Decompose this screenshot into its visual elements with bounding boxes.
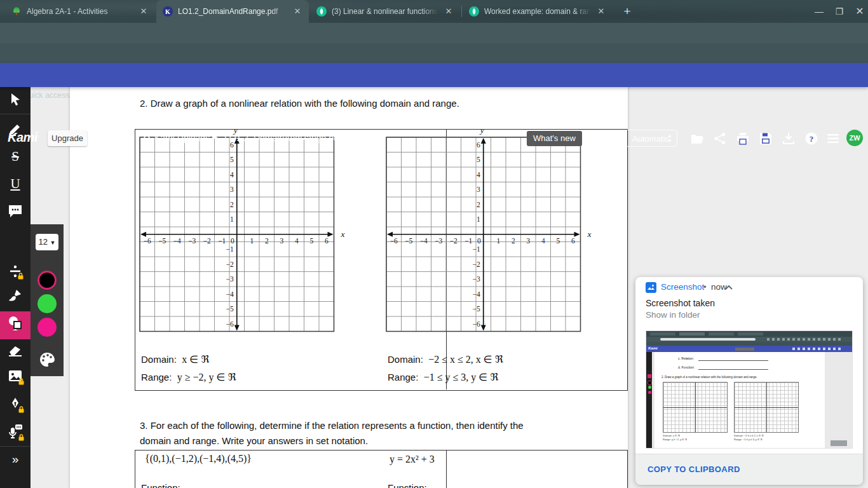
question-3-line2: domain and range. Write your answers in … (140, 435, 368, 446)
window-minimize-button[interactable]: — (811, 5, 827, 19)
svg-text:−6: −6 (144, 237, 151, 245)
domain-text-right: Domain: −2 ≤ x ≤ 2, x ∈ ℜ (388, 353, 503, 365)
tab-separator (461, 6, 462, 17)
tab-linear-nonlinear[interactable]: (3) Linear & nonlinear functions ✕ (310, 0, 460, 23)
tab-title: LO1.2_DomainAndRange.pdf (178, 7, 287, 16)
svg-text:−3: −3 (473, 275, 480, 283)
notification-footer: COPY TO CLIPBOARD (635, 454, 863, 485)
tab1-close-icon[interactable]: ✕ (139, 6, 149, 17)
svg-text:−4: −4 (226, 290, 234, 298)
color-palette-icon[interactable] (39, 351, 55, 368)
thumb-q2: 2. Draw a graph of a nonlinear relation … (661, 376, 814, 379)
thumb-range1: Range: y ≥ −2, y ∈ ℜ (663, 438, 687, 441)
menu-icon[interactable] (826, 132, 840, 146)
notification-image-icon (646, 282, 656, 293)
svg-text:−5: −5 (158, 237, 166, 245)
svg-text:−3: −3 (188, 237, 196, 245)
lock-icon (18, 434, 25, 441)
svg-text:0: 0 (477, 237, 481, 245)
google-drive-icon[interactable] (140, 132, 154, 146)
svg-text:2: 2 (512, 237, 515, 245)
strikethrough-tool-icon[interactable]: S (8, 149, 23, 164)
zoom-in-button[interactable]: + (605, 130, 620, 147)
function-label-right-clipped: Function: (388, 482, 427, 488)
copy-to-clipboard-button[interactable]: COPY TO CLIPBOARD (648, 464, 740, 474)
lock-icon (17, 273, 24, 280)
brush-tool-icon[interactable] (8, 288, 23, 303)
help-icon[interactable]: ? (804, 132, 818, 146)
tab2-close-icon[interactable]: ✕ (292, 6, 302, 17)
upgrade-button[interactable]: Upgrade (48, 130, 87, 146)
tab-kami-pdf[interactable]: K LO1.2_DomainAndRange.pdf ✕ (156, 0, 309, 23)
svg-text:6: 6 (477, 141, 480, 149)
kami-tool-sidebar: S U T » (0, 87, 31, 488)
eraser-tool-icon[interactable] (8, 342, 23, 358)
range-text-left: Range: y ≥ −2, y ∈ ℜ (141, 371, 236, 383)
underline-tool-icon[interactable]: U (8, 176, 23, 191)
select-tool-icon[interactable] (8, 92, 23, 107)
print-icon[interactable] (736, 132, 750, 146)
breadcrumb-folder[interactable]: Kami Uploads (154, 133, 210, 143)
window-restore-button[interactable]: ❐ (831, 5, 848, 19)
svg-text:0: 0 (231, 237, 234, 245)
svg-text:−4: −4 (473, 290, 480, 298)
tab2-favicon-kami-icon: K (163, 6, 173, 17)
zoom-select[interactable]: Automatic▲▼ (625, 130, 677, 147)
whats-new-badge[interactable]: What's new (527, 131, 582, 146)
svg-text:−2: −2 (473, 261, 480, 268)
svg-text:1: 1 (496, 237, 500, 245)
svg-text:−1: −1 (465, 237, 472, 245)
color-swatch-black-selected[interactable] (37, 271, 57, 290)
thumb-blank-line (698, 369, 768, 370)
coordinate-grid-left: −6−5−4−3−2−10123456−6−5−4−3−2−1123456yx (132, 126, 349, 337)
screenshot-thumbnail[interactable]: Kami c. Relation: d. Function: 2. Draw a… (646, 330, 853, 449)
thumb-grid-right (734, 382, 799, 433)
thumb-extensions (767, 338, 843, 341)
thumb-kami-icons (792, 348, 843, 350)
svg-text:−1: −1 (226, 245, 234, 253)
thumb-tab (650, 332, 675, 336)
svg-text:?: ? (810, 134, 814, 144)
color-swatch-pink[interactable] (37, 318, 57, 337)
pdf-page: 2. Draw a graph of a nonlinear relation … (70, 87, 628, 488)
share-icon[interactable] (713, 132, 727, 146)
svg-text:3: 3 (230, 186, 234, 193)
open-file-icon[interactable] (690, 132, 704, 146)
screenshot-notification[interactable]: Screenshot • now Screenshot taken Show i… (635, 277, 863, 484)
font-size-dropdown[interactable]: 12 ▼ (36, 234, 58, 250)
thumb-grid-left (663, 382, 728, 433)
thumb-range2: Range: −1 ≤ y ≤ 3, y ∈ ℜ (734, 438, 763, 441)
thumb-tab (738, 332, 763, 336)
new-tab-button[interactable]: + (619, 3, 635, 20)
zoom-out-button[interactable]: − (583, 130, 599, 147)
thumb-text-tool (648, 374, 651, 378)
download-icon[interactable] (782, 132, 796, 146)
side-panel-toggle-icon[interactable] (94, 132, 108, 146)
question-3-line1: 3. For each of the following, determine … (140, 420, 524, 431)
tab4-close-icon[interactable]: ✕ (596, 6, 606, 17)
breadcrumb-caret-icon: ▶ (212, 133, 217, 141)
svg-text:−5: −5 (473, 305, 480, 313)
notification-source: Screenshot (661, 282, 704, 292)
tab3-close-icon[interactable]: ✕ (444, 6, 454, 17)
svg-text:−6: −6 (390, 237, 398, 245)
search-icon[interactable] (118, 132, 132, 146)
kami-account-avatar[interactable]: ZW (846, 130, 863, 146)
tab1-favicon-tree-icon (11, 6, 22, 17)
svg-text:5: 5 (309, 237, 313, 245)
tab-title: Worked example: domain & rang (484, 7, 591, 16)
tab-worked-example[interactable]: Worked example: domain & rang ✕ (463, 0, 613, 23)
color-swatch-green[interactable] (37, 294, 57, 313)
window-close-button[interactable]: ✕ (851, 5, 868, 19)
svg-text:4: 4 (477, 171, 480, 179)
comment-tool-icon[interactable] (8, 203, 23, 219)
tab-algebra-activities[interactable]: Algebra 2A-1 - Activities ✕ (5, 0, 155, 23)
function-label-left-clipped: Function: (141, 482, 180, 488)
collapse-chevron-icon[interactable] (725, 285, 733, 290)
expand-tools-button[interactable]: » (8, 452, 23, 467)
show-in-folder-link[interactable]: Show in folder (646, 310, 700, 320)
shapes-tool-icon[interactable] (8, 315, 23, 330)
save-icon[interactable] (759, 132, 773, 146)
svg-text:1: 1 (230, 215, 234, 223)
thumb-sidebar (646, 352, 652, 449)
